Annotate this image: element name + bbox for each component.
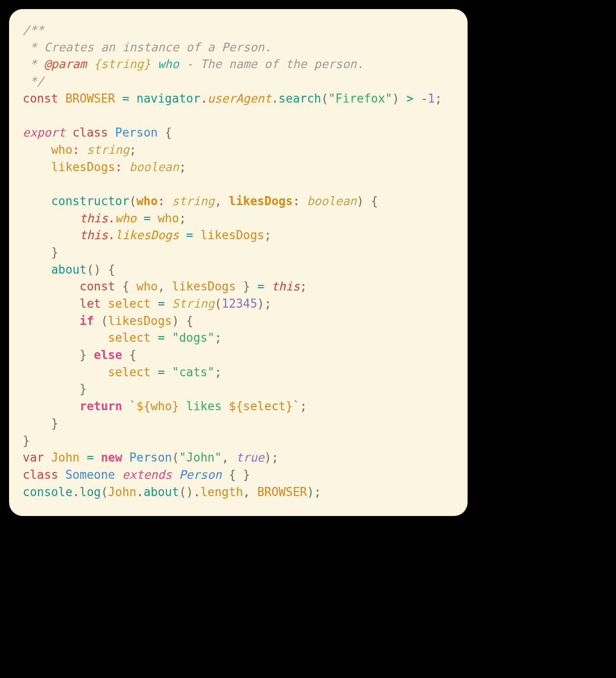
code-token: } bbox=[51, 246, 59, 259]
code-token: likesDogs bbox=[115, 228, 179, 242]
code-token: > bbox=[406, 92, 414, 105]
code-token: export bbox=[23, 126, 65, 139]
code-token: ` bbox=[129, 399, 137, 413]
code-token: {string} bbox=[94, 57, 151, 71]
code-token: who bbox=[151, 399, 172, 413]
code-token: "cats" bbox=[172, 365, 215, 379]
code-token: string bbox=[172, 194, 215, 208]
code-token: true bbox=[236, 451, 265, 464]
code-token: select bbox=[243, 399, 286, 413]
code-token: 1 bbox=[428, 92, 435, 105]
code-token: about bbox=[143, 485, 179, 499]
code-token: const bbox=[23, 92, 58, 105]
code-token: who bbox=[136, 280, 158, 293]
code-token: - bbox=[421, 92, 428, 105]
code-token: this bbox=[79, 228, 108, 242]
code-token: Person bbox=[115, 126, 158, 139]
code-token: ( bbox=[129, 194, 137, 208]
code-token: string bbox=[87, 143, 129, 157]
code-token: { bbox=[122, 280, 129, 293]
code-token: . bbox=[73, 485, 80, 499]
code-token: if bbox=[79, 314, 94, 328]
code-token: { bbox=[371, 194, 378, 208]
code-token: John bbox=[108, 485, 137, 499]
code-token: } bbox=[23, 434, 30, 447]
code-token: , bbox=[222, 451, 229, 464]
code-token: : bbox=[293, 194, 300, 208]
code-token: String bbox=[172, 297, 215, 310]
code-token: ; bbox=[129, 143, 137, 157]
code-token: = bbox=[143, 211, 151, 225]
code-token: = bbox=[186, 228, 193, 242]
code-token: this bbox=[79, 211, 108, 225]
code-token: ( bbox=[101, 485, 108, 499]
code-token: ; bbox=[271, 451, 279, 464]
code-token: ` bbox=[293, 399, 300, 413]
code-token: BROWSER bbox=[257, 485, 307, 499]
code-token: navigator bbox=[136, 92, 200, 105]
code-token: . bbox=[108, 228, 115, 242]
code-token: ) bbox=[392, 92, 399, 105]
code-token: , bbox=[215, 194, 222, 208]
code-token: likesDogs bbox=[229, 194, 293, 208]
code-token: new bbox=[101, 451, 122, 464]
code-token: userAgent bbox=[207, 92, 271, 105]
code-token: ) bbox=[307, 485, 314, 499]
code-token: ) bbox=[257, 297, 265, 310]
code-token: ( bbox=[87, 263, 94, 276]
code-token: ( bbox=[321, 92, 329, 105]
code-token: ; bbox=[314, 485, 321, 499]
code-token: * Creates an instance of a Person. bbox=[23, 40, 271, 54]
code-token bbox=[151, 57, 158, 71]
code-token: : bbox=[73, 143, 80, 157]
code-token: * bbox=[23, 57, 44, 71]
code-token: ; bbox=[215, 331, 222, 344]
code-token: select bbox=[108, 331, 151, 344]
code-token: constructor bbox=[51, 194, 129, 208]
code-token: ; bbox=[264, 228, 271, 242]
code-token bbox=[87, 57, 94, 71]
code-token: ( bbox=[101, 314, 108, 328]
code-token: /** bbox=[23, 23, 44, 37]
code-token: this bbox=[271, 280, 300, 293]
code-token: Person bbox=[179, 468, 222, 481]
code-token: ; bbox=[264, 297, 271, 310]
code-token: { bbox=[229, 468, 236, 481]
code-token: log bbox=[79, 485, 101, 499]
code-token: { bbox=[108, 263, 115, 276]
code-token: Person bbox=[129, 451, 172, 464]
code-token: who bbox=[136, 194, 158, 208]
code-token: ${ bbox=[229, 399, 243, 413]
code-token: BROWSER bbox=[65, 92, 115, 105]
code-token: likesDogs bbox=[108, 314, 172, 328]
code-token: boolean bbox=[129, 160, 179, 174]
code-token: = bbox=[122, 92, 129, 105]
code-token: { bbox=[186, 314, 193, 328]
code-token: ) bbox=[264, 451, 271, 464]
code-token: "Firefox" bbox=[328, 92, 392, 105]
code-token: : bbox=[115, 160, 123, 174]
code-token: ) bbox=[357, 194, 364, 208]
code-token: class bbox=[23, 468, 58, 481]
code-token: extends bbox=[122, 468, 172, 481]
code-token: } bbox=[79, 348, 87, 362]
code-token: likesDogs bbox=[51, 160, 115, 174]
code-token: @param bbox=[44, 57, 87, 71]
code-token: . bbox=[136, 485, 143, 499]
code-token: "John" bbox=[179, 451, 222, 464]
code-token: . bbox=[193, 485, 201, 499]
code-token: } bbox=[172, 399, 179, 413]
code-token: 12345 bbox=[222, 297, 257, 310]
code-token: . bbox=[200, 92, 207, 105]
code-token: */ bbox=[23, 74, 44, 88]
code-token: var bbox=[23, 451, 44, 464]
code-token: } bbox=[51, 417, 59, 430]
code-token: about bbox=[51, 263, 87, 276]
code-token: } bbox=[243, 468, 250, 481]
code-token: . bbox=[271, 92, 279, 105]
code-token: ; bbox=[300, 399, 307, 413]
code-token: class bbox=[73, 126, 108, 139]
code-token: } bbox=[243, 280, 250, 293]
code-token: boolean bbox=[307, 194, 357, 208]
code-token: who bbox=[115, 211, 137, 225]
